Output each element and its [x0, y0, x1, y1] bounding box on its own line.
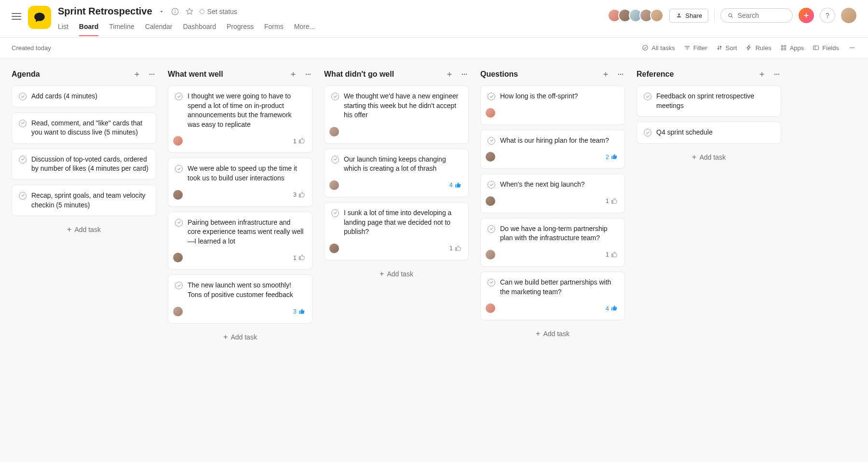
complete-toggle[interactable] — [331, 93, 339, 100]
assignee-avatar[interactable] — [172, 135, 184, 147]
complete-toggle[interactable] — [19, 93, 27, 100]
complete-toggle[interactable] — [488, 93, 495, 100]
complete-toggle[interactable] — [175, 93, 183, 100]
column-more-button[interactable] — [304, 70, 312, 78]
task-card[interactable]: Add cards (4 minutes) — [12, 85, 156, 108]
task-card[interactable]: Feedback on sprint retrospective meeting… — [637, 85, 781, 117]
assignee-avatar[interactable] — [485, 151, 496, 163]
fields-button[interactable]: Fields — [813, 44, 839, 52]
complete-toggle[interactable] — [331, 209, 339, 217]
tab-timeline[interactable]: Timeline — [109, 20, 134, 36]
column-add-button[interactable] — [446, 70, 453, 78]
assignee-avatar[interactable] — [172, 252, 184, 263]
star-icon[interactable] — [185, 7, 194, 16]
like-count[interactable]: 1 — [449, 245, 461, 252]
menu-toggle[interactable] — [12, 12, 21, 21]
complete-toggle[interactable] — [644, 93, 651, 100]
like-count[interactable]: 1 — [606, 251, 618, 258]
complete-toggle[interactable] — [488, 181, 495, 189]
members-avatars[interactable] — [610, 9, 664, 22]
task-card[interactable]: Discussion of top-voted cards, ordered b… — [12, 149, 156, 180]
assignee-avatar[interactable] — [328, 126, 340, 137]
like-count[interactable]: 2 — [606, 153, 618, 161]
more-options-button[interactable] — [848, 44, 856, 51]
assignee-avatar[interactable] — [328, 243, 340, 254]
add-task-button[interactable]: +Add task — [324, 265, 469, 283]
global-add-button[interactable] — [799, 8, 814, 23]
task-card[interactable]: The new launch went so smoothly! Tons of… — [168, 274, 312, 323]
share-button[interactable]: Share — [669, 9, 708, 23]
task-card[interactable]: How long is the off-sprint? — [480, 85, 625, 125]
info-icon[interactable] — [171, 7, 179, 16]
tab-forms[interactable]: Forms — [264, 20, 284, 36]
like-count[interactable]: 3 — [293, 308, 305, 315]
tab-progress[interactable]: Progress — [227, 20, 254, 36]
complete-toggle[interactable] — [331, 156, 339, 163]
task-card[interactable]: I sunk a lot of time into developing a l… — [324, 202, 469, 260]
task-card[interactable]: Do we have a long-term partnership plan … — [480, 218, 625, 267]
set-status-button[interactable]: Set status — [200, 8, 237, 15]
help-button[interactable]: ? — [820, 8, 835, 23]
column-add-button[interactable] — [289, 70, 297, 78]
tab-calendar[interactable]: Calendar — [145, 20, 173, 36]
tab-dashboard[interactable]: Dashboard — [183, 20, 216, 36]
complete-toggle[interactable] — [488, 137, 495, 145]
task-card[interactable]: Recap, sprint goals, and team velocity c… — [12, 185, 156, 216]
add-task-button[interactable]: +Add task — [480, 325, 625, 342]
task-card[interactable]: Pairing between infrastructure and core … — [168, 212, 312, 270]
add-task-button[interactable]: +Add task — [637, 149, 781, 166]
tab-board[interactable]: Board — [79, 20, 98, 36]
column-more-button[interactable] — [460, 70, 469, 78]
assignee-avatar[interactable] — [485, 107, 496, 119]
complete-toggle[interactable] — [488, 279, 495, 286]
like-count[interactable]: 1 — [606, 197, 618, 204]
column-add-button[interactable] — [758, 70, 766, 78]
task-card[interactable]: When's the next big launch?1 — [480, 174, 625, 213]
project-icon[interactable] — [28, 6, 51, 29]
column-add-button[interactable] — [133, 70, 141, 78]
complete-toggle[interactable] — [175, 219, 183, 227]
complete-toggle[interactable] — [19, 192, 27, 200]
like-count[interactable]: 4 — [449, 181, 461, 189]
add-task-button[interactable]: +Add task — [168, 328, 312, 346]
filter-button[interactable]: Filter — [684, 44, 707, 52]
task-card[interactable]: Our launch timing keeps changing which i… — [324, 149, 469, 197]
task-card[interactable]: What is our hiring plan for the team?2 — [480, 130, 625, 169]
assignee-avatar[interactable] — [172, 189, 184, 201]
assignee-avatar[interactable] — [485, 249, 496, 260]
like-count[interactable]: 1 — [293, 137, 305, 145]
assignee-avatar[interactable] — [485, 195, 496, 207]
assignee-avatar[interactable] — [172, 306, 184, 317]
complete-toggle[interactable] — [19, 120, 27, 127]
task-card[interactable]: Q4 sprint schedule — [637, 122, 781, 144]
apps-button[interactable]: Apps — [780, 44, 804, 52]
column-more-button[interactable] — [773, 70, 781, 78]
complete-toggle[interactable] — [488, 225, 495, 233]
complete-toggle[interactable] — [19, 156, 27, 163]
tab-list[interactable]: List — [58, 20, 68, 36]
task-card[interactable]: I thought we were going to have to spend… — [168, 85, 312, 153]
task-card[interactable]: We were able to speed up the time it too… — [168, 158, 312, 206]
task-card[interactable]: Read, comment, and "like" cards that you… — [12, 112, 156, 144]
task-card[interactable]: We thought we'd have a new engineer star… — [324, 85, 469, 144]
search-box[interactable] — [720, 8, 793, 23]
like-count[interactable]: 3 — [293, 191, 305, 198]
assignee-avatar[interactable] — [328, 179, 340, 191]
sort-button[interactable]: Sort — [716, 44, 737, 52]
complete-toggle[interactable] — [175, 282, 183, 289]
column-more-button[interactable] — [148, 70, 156, 78]
task-card[interactable]: Can we build better partnerships with th… — [480, 272, 625, 320]
like-count[interactable]: 1 — [293, 254, 305, 261]
all-tasks-button[interactable]: All tasks — [642, 44, 675, 52]
user-menu-avatar[interactable] — [841, 8, 856, 23]
add-task-button[interactable]: +Add task — [12, 221, 156, 238]
assignee-avatar[interactable] — [485, 302, 496, 314]
complete-toggle[interactable] — [175, 165, 183, 173]
tab-more[interactable]: More... — [294, 20, 315, 36]
column-more-button[interactable] — [616, 70, 625, 78]
like-count[interactable]: 4 — [606, 305, 618, 312]
search-input[interactable] — [737, 12, 786, 19]
dropdown-caret-icon[interactable] — [158, 8, 165, 15]
rules-button[interactable]: Rules — [746, 44, 771, 52]
column-add-button[interactable] — [602, 70, 610, 78]
